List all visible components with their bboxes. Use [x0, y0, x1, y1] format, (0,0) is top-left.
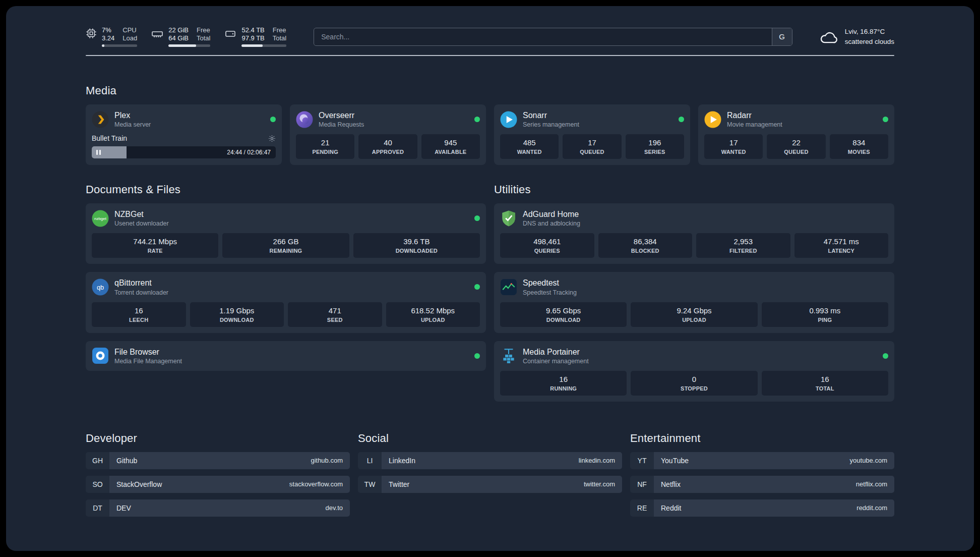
bookmark-name: Reddit: [661, 504, 681, 512]
service-name: Plex: [114, 110, 151, 120]
settings-gear-icon[interactable]: [268, 135, 276, 142]
stat-tile: 16 RUNNING: [500, 371, 627, 396]
bookmark-url: netflix.com: [856, 480, 887, 488]
disk-total-label: Total: [273, 34, 286, 42]
bookmark-name: YouTube: [661, 457, 689, 465]
bookmark-name: Github: [116, 457, 137, 465]
service-card-sonarr[interactable]: Sonarr Series management 485 WANTED 17 Q…: [494, 104, 690, 165]
plex-icon: [92, 111, 109, 128]
column-entertainment: Entertainment YT YouTube youtube.com NF …: [630, 432, 894, 523]
stat-tile: 471 SEED: [288, 302, 382, 327]
bookmark-dev[interactable]: DT DEV dev.to: [86, 499, 350, 517]
service-subtitle: Usenet downloader: [114, 220, 169, 227]
service-name: Radarr: [727, 110, 782, 120]
disk-bar: [241, 44, 286, 47]
stat-tile: 86,384 BLOCKED: [598, 233, 693, 258]
overseerr-icon: [296, 111, 313, 128]
column-developer: Developer GH Github github.com SO StackO…: [86, 432, 350, 523]
section-title-social: Social: [358, 432, 622, 445]
service-subtitle: Torrent downloader: [114, 289, 168, 296]
stat-tile: 9.65 Gbps DOWNLOAD: [500, 302, 627, 327]
status-dot: [474, 215, 480, 221]
stat-tile: 17 WANTED: [704, 134, 763, 159]
column-social: Social LI LinkedIn linkedin.com TW Twitt…: [358, 432, 622, 523]
bookmark-twitter[interactable]: TW Twitter twitter.com: [358, 476, 622, 493]
pause-icon[interactable]: [96, 150, 101, 155]
bookmark-abbr: TW: [358, 476, 382, 493]
bookmark-name: DEV: [116, 504, 131, 512]
bookmark-name: LinkedIn: [389, 457, 415, 465]
stat-tile: 744.21 Mbps RATE: [92, 233, 218, 258]
bookmark-stackoverflow[interactable]: SO StackOverflow stackoverflow.com: [86, 476, 350, 493]
bookmark-name: Twitter: [389, 480, 409, 488]
service-subtitle: Media File Management: [114, 358, 182, 365]
status-dot: [883, 353, 888, 359]
bookmark-youtube[interactable]: YT YouTube youtube.com: [630, 452, 894, 469]
service-name: NZBGet: [114, 209, 169, 219]
cpu-icon: [86, 28, 97, 39]
bookmark-reddit[interactable]: RE Reddit reddit.com: [630, 499, 894, 517]
service-name: Sonarr: [523, 110, 579, 120]
section-title-developer: Developer: [86, 432, 350, 445]
column-documents: Documents & Files nzbget NZBGet Usenet d…: [86, 183, 486, 371]
service-card-adguard[interactable]: AdGuard Home DNS and adblocking 498,461 …: [494, 203, 894, 264]
service-card-qbittorrent[interactable]: qb qBittorrent Torrent downloader 16 LEE…: [86, 272, 486, 332]
stat-tile: 2,953 FILTERED: [696, 233, 790, 258]
bookmark-url: stackoverflow.com: [289, 480, 343, 488]
status-dot: [883, 117, 888, 122]
stat-tile: 21 PENDING: [296, 134, 354, 159]
disk-free-label: Free: [273, 26, 286, 34]
status-dot: [474, 117, 480, 122]
bookmark-url: twitter.com: [584, 480, 615, 488]
stat-tile: 1.19 Gbps DOWNLOAD: [190, 302, 284, 327]
section-title-documents: Documents & Files: [86, 183, 486, 196]
bookmark-abbr: NF: [630, 476, 654, 493]
service-card-speedtest[interactable]: Speedtest Speedtest Tracking 9.65 Gbps D…: [494, 272, 894, 332]
disk-icon: [224, 28, 236, 40]
weather-condition: scattered clouds: [845, 37, 894, 47]
stat-tile: 39.6 TB DOWNLOADED: [353, 233, 480, 258]
filebrowser-icon: [92, 347, 109, 364]
bookmark-github[interactable]: GH Github github.com: [86, 452, 350, 469]
search-input[interactable]: [314, 28, 771, 45]
bookmark-netflix[interactable]: NF Netflix netflix.com: [630, 476, 894, 493]
topbar: 7% CPU 3.24 Load 22 GiB Free 64 GiB Tota…: [86, 26, 894, 47]
stat-tile: 0 STOPPED: [631, 371, 757, 396]
stat-tile: 266 GB REMAINING: [222, 233, 349, 258]
service-card-portainer[interactable]: Media Portainer Container management 16 …: [494, 341, 894, 402]
cloud-icon: [820, 29, 839, 44]
bookmark-linkedin[interactable]: LI LinkedIn linkedin.com: [358, 452, 622, 469]
bookmark-abbr: GH: [86, 452, 109, 469]
stat-tile: 196 SERIES: [626, 134, 684, 159]
stat-tile: 9.24 Gbps UPLOAD: [631, 302, 757, 327]
playback-progress-bar[interactable]: 24:44 / 02:06:47: [92, 146, 276, 158]
service-name: Overseerr: [319, 110, 364, 120]
service-subtitle: Movie management: [727, 121, 782, 128]
service-card-filebrowser[interactable]: File Browser Media File Management: [86, 341, 486, 371]
service-card-overseerr[interactable]: Overseerr Media Requests 21 PENDING 40 A…: [290, 104, 486, 165]
status-dot: [474, 284, 480, 290]
bookmark-name: StackOverflow: [116, 480, 162, 488]
search-provider-button[interactable]: G: [772, 28, 792, 45]
bookmark-url: dev.to: [326, 504, 343, 512]
service-name: File Browser: [114, 347, 182, 357]
now-playing-title: Bullet Train: [92, 134, 127, 142]
stat-tile: 16 LEECH: [92, 302, 186, 327]
service-card-nzbget[interactable]: nzbget NZBGet Usenet downloader 744.21 M…: [86, 203, 486, 264]
service-name: Speedtest: [523, 278, 577, 288]
weather-widget[interactable]: Lviv, 16.87°C scattered clouds: [820, 27, 894, 46]
service-subtitle: DNS and adblocking: [523, 220, 580, 227]
service-card-plex[interactable]: Plex Media server Bullet Train: [86, 104, 282, 165]
bookmark-url: linkedin.com: [579, 457, 615, 464]
radarr-icon: [704, 111, 721, 128]
ram-total-label: Total: [197, 34, 210, 42]
stat-tile: 618.52 Mbps UPLOAD: [386, 302, 480, 327]
service-card-radarr[interactable]: Radarr Movie management 17 WANTED 22 QUE…: [698, 104, 894, 165]
disk-total: 97.9 TB: [241, 34, 264, 42]
svg-text:qb: qb: [97, 284, 104, 291]
svg-text:nzbget: nzbget: [94, 216, 107, 221]
bookmark-abbr: DT: [86, 499, 109, 517]
portainer-icon: [500, 347, 517, 364]
disk-free: 52.4 TB: [241, 26, 264, 34]
dashboard: 7% CPU 3.24 Load 22 GiB Free 64 GiB Tota…: [6, 6, 974, 551]
